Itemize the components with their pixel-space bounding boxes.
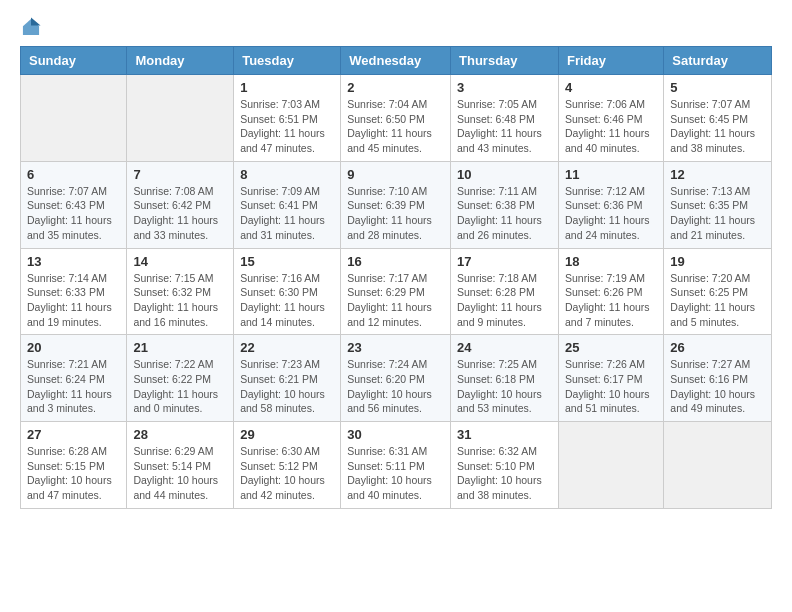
calendar-cell: 2Sunrise: 7:04 AM Sunset: 6:50 PM Daylig… <box>341 75 451 162</box>
calendar-cell: 16Sunrise: 7:17 AM Sunset: 6:29 PM Dayli… <box>341 248 451 335</box>
day-number: 19 <box>670 254 765 269</box>
day-header-saturday: Saturday <box>664 47 772 75</box>
day-header-monday: Monday <box>127 47 234 75</box>
day-info: Sunrise: 7:16 AM Sunset: 6:30 PM Dayligh… <box>240 271 334 330</box>
day-info: Sunrise: 7:14 AM Sunset: 6:33 PM Dayligh… <box>27 271 120 330</box>
day-number: 15 <box>240 254 334 269</box>
day-info: Sunrise: 7:20 AM Sunset: 6:25 PM Dayligh… <box>670 271 765 330</box>
calendar-cell: 29Sunrise: 6:30 AM Sunset: 5:12 PM Dayli… <box>234 422 341 509</box>
calendar-cell: 9Sunrise: 7:10 AM Sunset: 6:39 PM Daylig… <box>341 161 451 248</box>
day-number: 18 <box>565 254 657 269</box>
day-info: Sunrise: 7:21 AM Sunset: 6:24 PM Dayligh… <box>27 357 120 416</box>
calendar-cell: 25Sunrise: 7:26 AM Sunset: 6:17 PM Dayli… <box>558 335 663 422</box>
calendar-cell: 21Sunrise: 7:22 AM Sunset: 6:22 PM Dayli… <box>127 335 234 422</box>
calendar-cell: 15Sunrise: 7:16 AM Sunset: 6:30 PM Dayli… <box>234 248 341 335</box>
day-number: 3 <box>457 80 552 95</box>
day-info: Sunrise: 7:04 AM Sunset: 6:50 PM Dayligh… <box>347 97 444 156</box>
day-info: Sunrise: 7:03 AM Sunset: 6:51 PM Dayligh… <box>240 97 334 156</box>
calendar-cell: 20Sunrise: 7:21 AM Sunset: 6:24 PM Dayli… <box>21 335 127 422</box>
day-number: 5 <box>670 80 765 95</box>
calendar-cell <box>664 422 772 509</box>
calendar-week-3: 13Sunrise: 7:14 AM Sunset: 6:33 PM Dayli… <box>21 248 772 335</box>
day-number: 22 <box>240 340 334 355</box>
day-number: 30 <box>347 427 444 442</box>
day-number: 2 <box>347 80 444 95</box>
day-info: Sunrise: 7:06 AM Sunset: 6:46 PM Dayligh… <box>565 97 657 156</box>
calendar-cell: 5Sunrise: 7:07 AM Sunset: 6:45 PM Daylig… <box>664 75 772 162</box>
calendar-cell: 28Sunrise: 6:29 AM Sunset: 5:14 PM Dayli… <box>127 422 234 509</box>
calendar-cell: 14Sunrise: 7:15 AM Sunset: 6:32 PM Dayli… <box>127 248 234 335</box>
day-info: Sunrise: 7:27 AM Sunset: 6:16 PM Dayligh… <box>670 357 765 416</box>
calendar-cell: 23Sunrise: 7:24 AM Sunset: 6:20 PM Dayli… <box>341 335 451 422</box>
day-info: Sunrise: 7:05 AM Sunset: 6:48 PM Dayligh… <box>457 97 552 156</box>
day-number: 13 <box>27 254 120 269</box>
day-header-thursday: Thursday <box>451 47 559 75</box>
day-number: 31 <box>457 427 552 442</box>
calendar-cell: 6Sunrise: 7:07 AM Sunset: 6:43 PM Daylig… <box>21 161 127 248</box>
calendar-week-2: 6Sunrise: 7:07 AM Sunset: 6:43 PM Daylig… <box>21 161 772 248</box>
day-info: Sunrise: 7:17 AM Sunset: 6:29 PM Dayligh… <box>347 271 444 330</box>
day-info: Sunrise: 7:12 AM Sunset: 6:36 PM Dayligh… <box>565 184 657 243</box>
page-header <box>20 16 772 38</box>
day-info: Sunrise: 7:10 AM Sunset: 6:39 PM Dayligh… <box>347 184 444 243</box>
day-info: Sunrise: 7:15 AM Sunset: 6:32 PM Dayligh… <box>133 271 227 330</box>
day-number: 26 <box>670 340 765 355</box>
day-info: Sunrise: 7:09 AM Sunset: 6:41 PM Dayligh… <box>240 184 334 243</box>
day-header-wednesday: Wednesday <box>341 47 451 75</box>
day-info: Sunrise: 7:22 AM Sunset: 6:22 PM Dayligh… <box>133 357 227 416</box>
day-number: 28 <box>133 427 227 442</box>
calendar-cell <box>21 75 127 162</box>
day-number: 24 <box>457 340 552 355</box>
day-info: Sunrise: 6:30 AM Sunset: 5:12 PM Dayligh… <box>240 444 334 503</box>
day-info: Sunrise: 7:07 AM Sunset: 6:43 PM Dayligh… <box>27 184 120 243</box>
logo-icon <box>20 16 42 38</box>
day-number: 9 <box>347 167 444 182</box>
calendar-cell: 11Sunrise: 7:12 AM Sunset: 6:36 PM Dayli… <box>558 161 663 248</box>
logo <box>20 16 44 38</box>
calendar-week-4: 20Sunrise: 7:21 AM Sunset: 6:24 PM Dayli… <box>21 335 772 422</box>
day-info: Sunrise: 7:26 AM Sunset: 6:17 PM Dayligh… <box>565 357 657 416</box>
day-number: 20 <box>27 340 120 355</box>
calendar-cell: 31Sunrise: 6:32 AM Sunset: 5:10 PM Dayli… <box>451 422 559 509</box>
calendar-header-row: SundayMondayTuesdayWednesdayThursdayFrid… <box>21 47 772 75</box>
day-number: 7 <box>133 167 227 182</box>
calendar-cell: 13Sunrise: 7:14 AM Sunset: 6:33 PM Dayli… <box>21 248 127 335</box>
calendar-cell: 22Sunrise: 7:23 AM Sunset: 6:21 PM Dayli… <box>234 335 341 422</box>
day-number: 29 <box>240 427 334 442</box>
day-number: 4 <box>565 80 657 95</box>
calendar-table: SundayMondayTuesdayWednesdayThursdayFrid… <box>20 46 772 509</box>
day-header-tuesday: Tuesday <box>234 47 341 75</box>
day-header-friday: Friday <box>558 47 663 75</box>
day-info: Sunrise: 6:29 AM Sunset: 5:14 PM Dayligh… <box>133 444 227 503</box>
calendar-cell: 24Sunrise: 7:25 AM Sunset: 6:18 PM Dayli… <box>451 335 559 422</box>
day-number: 16 <box>347 254 444 269</box>
calendar-cell: 30Sunrise: 6:31 AM Sunset: 5:11 PM Dayli… <box>341 422 451 509</box>
day-number: 27 <box>27 427 120 442</box>
day-info: Sunrise: 7:19 AM Sunset: 6:26 PM Dayligh… <box>565 271 657 330</box>
calendar-cell: 8Sunrise: 7:09 AM Sunset: 6:41 PM Daylig… <box>234 161 341 248</box>
day-number: 11 <box>565 167 657 182</box>
day-info: Sunrise: 6:28 AM Sunset: 5:15 PM Dayligh… <box>27 444 120 503</box>
day-header-sunday: Sunday <box>21 47 127 75</box>
day-number: 25 <box>565 340 657 355</box>
day-info: Sunrise: 7:11 AM Sunset: 6:38 PM Dayligh… <box>457 184 552 243</box>
calendar-cell: 3Sunrise: 7:05 AM Sunset: 6:48 PM Daylig… <box>451 75 559 162</box>
calendar-cell <box>127 75 234 162</box>
calendar-cell: 17Sunrise: 7:18 AM Sunset: 6:28 PM Dayli… <box>451 248 559 335</box>
calendar-cell: 4Sunrise: 7:06 AM Sunset: 6:46 PM Daylig… <box>558 75 663 162</box>
calendar-week-5: 27Sunrise: 6:28 AM Sunset: 5:15 PM Dayli… <box>21 422 772 509</box>
day-number: 1 <box>240 80 334 95</box>
calendar-cell: 26Sunrise: 7:27 AM Sunset: 6:16 PM Dayli… <box>664 335 772 422</box>
day-number: 23 <box>347 340 444 355</box>
day-info: Sunrise: 7:08 AM Sunset: 6:42 PM Dayligh… <box>133 184 227 243</box>
calendar-cell: 12Sunrise: 7:13 AM Sunset: 6:35 PM Dayli… <box>664 161 772 248</box>
day-number: 14 <box>133 254 227 269</box>
calendar-cell <box>558 422 663 509</box>
day-info: Sunrise: 6:31 AM Sunset: 5:11 PM Dayligh… <box>347 444 444 503</box>
day-info: Sunrise: 7:18 AM Sunset: 6:28 PM Dayligh… <box>457 271 552 330</box>
calendar-week-1: 1Sunrise: 7:03 AM Sunset: 6:51 PM Daylig… <box>21 75 772 162</box>
day-number: 17 <box>457 254 552 269</box>
day-number: 6 <box>27 167 120 182</box>
day-info: Sunrise: 7:25 AM Sunset: 6:18 PM Dayligh… <box>457 357 552 416</box>
day-number: 12 <box>670 167 765 182</box>
